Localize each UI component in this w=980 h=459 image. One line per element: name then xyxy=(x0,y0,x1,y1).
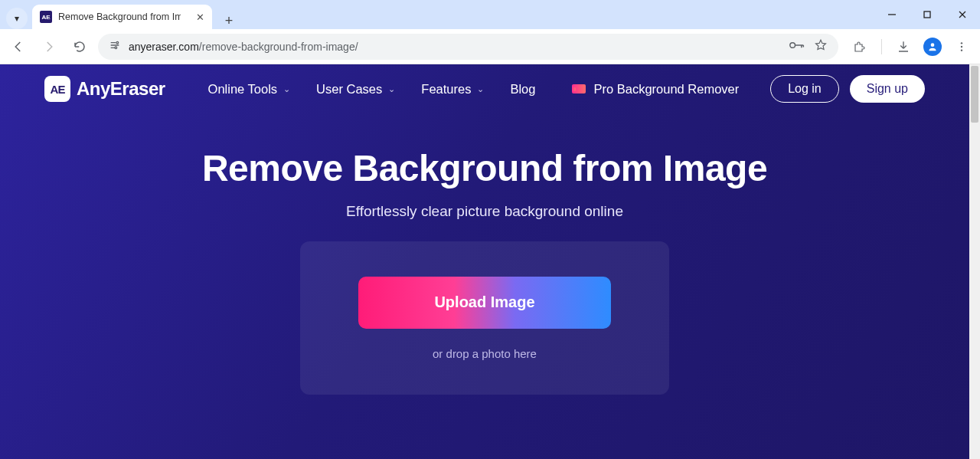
drop-hint: or drop a photo here xyxy=(433,347,537,360)
puzzle-icon xyxy=(853,40,867,54)
window-minimize-button[interactable] xyxy=(874,0,910,29)
arrow-right-icon xyxy=(42,40,56,54)
site-logo[interactable]: AE AnyEraser xyxy=(44,76,165,102)
extensions-button[interactable] xyxy=(848,34,872,59)
new-tab-button[interactable]: + xyxy=(218,13,240,29)
main-nav: Online Tools ⌄ User Cases ⌄ Features ⌄ B… xyxy=(208,82,536,97)
close-icon xyxy=(958,10,967,19)
svg-point-9 xyxy=(961,45,962,47)
tab-title: Remove Background from Imag xyxy=(58,11,181,22)
pro-background-remover-link[interactable]: Pro Background Remover xyxy=(572,82,739,97)
chevron-down-icon: ⌄ xyxy=(477,84,484,94)
svg-point-5 xyxy=(115,47,117,49)
window-close-button[interactable] xyxy=(945,0,980,29)
bookmark-star-icon[interactable] xyxy=(814,38,828,54)
profile-button[interactable] xyxy=(920,34,945,59)
minimize-icon xyxy=(887,10,897,19)
svg-point-8 xyxy=(961,42,962,44)
scrollbar-thumb[interactable] xyxy=(971,66,978,123)
nav-label: Online Tools xyxy=(208,82,278,97)
browser-tab[interactable]: AE Remove Background from Imag ✕ xyxy=(32,5,212,29)
nav-features[interactable]: Features ⌄ xyxy=(421,82,484,97)
kebab-icon xyxy=(956,41,968,53)
login-button[interactable]: Log in xyxy=(770,75,839,103)
chevron-down-icon: ⌄ xyxy=(283,84,290,94)
chrome-menu-button[interactable] xyxy=(949,34,974,59)
chevron-down-icon: ⌄ xyxy=(388,84,395,94)
logo-text: AnyEraser xyxy=(77,78,165,100)
upload-dropzone[interactable]: Upload Image or drop a photo here xyxy=(300,241,669,395)
nav-blog[interactable]: Blog xyxy=(510,82,535,97)
window-maximize-button[interactable] xyxy=(910,0,945,29)
tab-close-icon[interactable]: ✕ xyxy=(196,11,204,23)
reload-icon xyxy=(73,40,87,54)
pro-link-label: Pro Background Remover xyxy=(593,82,739,97)
svg-rect-1 xyxy=(924,11,930,18)
logo-mark: AE xyxy=(44,76,70,102)
url-text: anyeraser.com/remove-background-from-ima… xyxy=(129,41,358,53)
site-settings-icon[interactable] xyxy=(109,39,121,54)
svg-point-10 xyxy=(961,49,962,51)
page-title: Remove Background from Image xyxy=(0,147,969,189)
downloads-button[interactable] xyxy=(891,34,916,59)
page-subtitle: Effortlessly clear picture background on… xyxy=(0,203,969,220)
nav-online-tools[interactable]: Online Tools ⌄ xyxy=(208,82,291,97)
toolbar-divider xyxy=(881,39,882,54)
nav-back-button[interactable] xyxy=(6,34,31,59)
svg-point-4 xyxy=(116,41,119,44)
nav-label: User Cases xyxy=(316,82,382,97)
svg-point-7 xyxy=(931,43,935,47)
nav-label: Features xyxy=(421,82,471,97)
address-bar[interactable]: anyeraser.com/remove-background-from-ima… xyxy=(98,34,838,60)
scrollbar-track[interactable] xyxy=(969,64,980,459)
pro-badge-icon xyxy=(572,84,586,93)
tab-favicon: AE xyxy=(40,11,52,23)
signup-button[interactable]: Sign up xyxy=(850,75,925,103)
maximize-icon xyxy=(923,10,932,19)
hero: Remove Background from Image Effortlessl… xyxy=(0,113,969,395)
nav-label: Blog xyxy=(510,82,535,97)
arrow-left-icon xyxy=(11,40,25,54)
download-icon xyxy=(897,40,910,54)
password-key-icon[interactable] xyxy=(789,40,805,53)
upload-image-button[interactable]: Upload Image xyxy=(358,277,611,329)
site-header: AE AnyEraser Online Tools ⌄ User Cases ⌄… xyxy=(0,64,969,113)
nav-user-cases[interactable]: User Cases ⌄ xyxy=(316,82,395,97)
reload-button[interactable] xyxy=(67,34,92,59)
svg-point-6 xyxy=(790,43,795,48)
avatar-icon xyxy=(923,38,942,56)
tabs-dropdown[interactable]: ▾ xyxy=(6,8,28,29)
chevron-down-icon: ▾ xyxy=(15,13,19,24)
nav-forward-button[interactable] xyxy=(37,34,61,59)
